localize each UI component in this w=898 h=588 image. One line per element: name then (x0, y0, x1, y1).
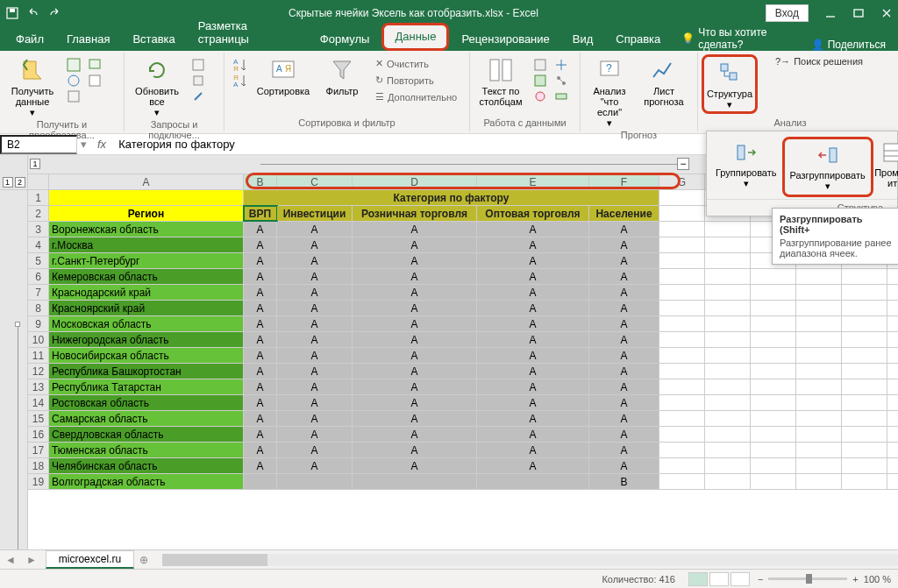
from-text-icon[interactable] (67, 58, 81, 72)
cell-blank[interactable] (659, 237, 705, 252)
row-16[interactable]: 16Свердловская областьAAAAA (28, 427, 898, 443)
cell-val[interactable]: A (244, 458, 277, 473)
cell-blank[interactable] (751, 316, 796, 331)
cell-region[interactable]: Республика Башкортостан (49, 364, 244, 379)
cell-blank[interactable] (842, 395, 887, 410)
cell-region[interactable]: Нижегородская область (49, 332, 244, 347)
cell-val[interactable]: A (244, 395, 277, 410)
row-header[interactable]: 11 (28, 348, 49, 363)
cell-hdr-2[interactable]: Инвестиции (277, 206, 353, 221)
row-header[interactable]: 8 (28, 301, 49, 315)
cell-blank[interactable] (842, 301, 887, 315)
recent-icon[interactable] (88, 58, 102, 72)
row-header[interactable]: 5 (28, 253, 49, 268)
row-17[interactable]: 17Тюменская областьAAAAA (28, 443, 898, 458)
row-header[interactable]: 6 (28, 269, 49, 284)
remove-dup-icon[interactable] (533, 74, 547, 88)
cell-val[interactable]: A (277, 285, 353, 300)
cell-val[interactable]: A (477, 316, 589, 331)
cell-val[interactable]: A (353, 364, 477, 379)
cell-val[interactable]: A (477, 332, 589, 347)
sort-za-icon[interactable]: ЯA (232, 72, 246, 86)
row-header[interactable]: 17 (28, 443, 49, 457)
cell-region[interactable]: Краснодарский край (49, 285, 244, 300)
cell-val[interactable]: A (277, 316, 353, 331)
maximize-icon[interactable] (852, 7, 865, 19)
cell-blank[interactable] (705, 443, 751, 457)
row-4[interactable]: 4г.МоскваAAAAA (28, 237, 898, 253)
sheet-tab[interactable]: microexcel.ru (46, 550, 134, 569)
row-header[interactable]: 13 (28, 379, 49, 394)
cell-blank[interactable] (751, 395, 796, 410)
cell-val[interactable]: A (589, 332, 659, 347)
cell-val[interactable]: A (589, 364, 659, 379)
cell-blank[interactable] (751, 427, 796, 442)
cell-val[interactable]: A (353, 332, 477, 347)
cell-val[interactable]: A (477, 222, 589, 237)
outline-level-1[interactable]: 1 (3, 177, 13, 188)
refresh-all-button[interactable]: Обновить все ▾ (128, 54, 186, 119)
cell-region[interactable]: Челябинская область (49, 458, 244, 473)
cell-blank[interactable] (659, 427, 705, 442)
namebox-dropdown-icon[interactable]: ▾ (77, 138, 90, 151)
cell-val[interactable]: A (477, 237, 589, 252)
cell-blank[interactable] (842, 269, 887, 284)
data-val-icon[interactable] (533, 89, 547, 103)
cell-blank[interactable] (659, 411, 705, 426)
cell-blank[interactable] (705, 222, 751, 237)
row-header[interactable]: 15 (28, 411, 49, 426)
cell-blank[interactable] (751, 364, 796, 379)
cell-cat-header[interactable]: Категория по фактору (244, 190, 659, 205)
cell-val[interactable]: A (277, 427, 353, 442)
cell-blank[interactable] (751, 269, 796, 284)
select-all-triangle[interactable] (28, 174, 49, 189)
cell-val[interactable]: A (589, 458, 659, 473)
cell-blank[interactable] (659, 332, 705, 347)
cell-val[interactable]: A (277, 222, 353, 237)
cell-blank[interactable] (842, 458, 887, 473)
col-header-G[interactable]: G (659, 174, 705, 189)
cell-val[interactable]: A (589, 411, 659, 426)
cell-region[interactable]: г.Москва (49, 237, 244, 252)
cell-blank[interactable] (796, 411, 842, 426)
row-8[interactable]: 8Красноярский крайAAAAA (28, 301, 898, 316)
new-sheet-icon[interactable]: ⊕ (134, 554, 153, 566)
cell-blank[interactable] (842, 411, 887, 426)
cell-hdr-4[interactable]: Оптовая торговля (477, 206, 589, 221)
cell-val[interactable]: A (353, 222, 477, 237)
tab-вид[interactable]: Вид (562, 28, 604, 51)
cell-blank[interactable] (796, 395, 842, 410)
row-19[interactable]: 19Волгоградская областьB (28, 474, 898, 490)
cell-blank[interactable] (659, 395, 705, 410)
row-header[interactable]: 16 (28, 427, 49, 442)
cell-blank[interactable] (659, 348, 705, 363)
consolidate-icon[interactable] (554, 58, 568, 72)
row-header[interactable]: 10 (28, 332, 49, 347)
row-15[interactable]: 15Самарская областьAAAAA (28, 411, 898, 427)
cell-blank[interactable] (705, 427, 751, 442)
cell-val[interactable]: A (589, 348, 659, 363)
cell-val[interactable]: A (244, 411, 277, 426)
cell-val[interactable]: A (589, 285, 659, 300)
cell-region[interactable]: Новосибирская область (49, 348, 244, 363)
row-6[interactable]: 6Кемеровская областьAAAAA (28, 269, 898, 285)
cell-val[interactable]: A (353, 237, 477, 252)
cell-region[interactable]: Красноярский край (49, 301, 244, 315)
cell-val[interactable]: A (277, 301, 353, 315)
cell-blank[interactable] (842, 285, 887, 300)
cell-val[interactable]: A (589, 443, 659, 457)
cell-blank[interactable] (796, 348, 842, 363)
cell-val[interactable]: A (277, 269, 353, 284)
cell-blank[interactable] (842, 427, 887, 442)
cell-blank[interactable] (796, 474, 842, 489)
solver-button[interactable]: ?→ Поиск решения (772, 54, 866, 68)
cell-blank[interactable] (796, 458, 842, 473)
cell-val[interactable]: A (353, 379, 477, 394)
cell-val[interactable]: A (589, 269, 659, 284)
cell-region-hdr-top[interactable] (49, 190, 244, 205)
row-11[interactable]: 11Новосибирская областьAAAAA (28, 348, 898, 364)
cell-blank[interactable] (796, 301, 842, 315)
cell-blank[interactable] (659, 379, 705, 394)
row-header[interactable]: 3 (28, 222, 49, 237)
login-button[interactable]: Вход (766, 4, 809, 22)
